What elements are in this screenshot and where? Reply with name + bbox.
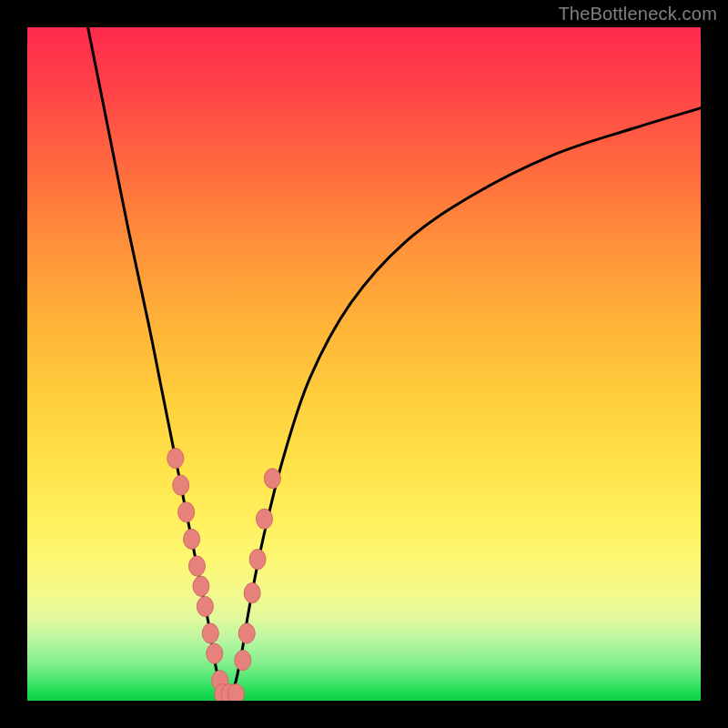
data-marker (167, 449, 184, 469)
data-marker (188, 556, 205, 576)
data-marker (178, 502, 195, 522)
data-marker (207, 643, 223, 663)
data-marker (202, 623, 218, 643)
data-marker (235, 651, 251, 671)
data-marker (238, 623, 255, 643)
data-marker (256, 509, 272, 529)
data-marker (184, 529, 200, 549)
data-marker (264, 469, 280, 489)
data-marker (193, 576, 209, 596)
curve-right-branch (229, 108, 701, 701)
curve-layer (88, 27, 701, 701)
watermark-text: TheBottleneck.com (558, 4, 717, 25)
data-marker (228, 684, 244, 701)
chart-svg (27, 27, 701, 701)
data-marker (197, 596, 213, 616)
chart-frame: TheBottleneck.com (0, 0, 728, 728)
chart-plot-area (27, 27, 701, 701)
data-marker (173, 475, 189, 495)
data-marker (244, 583, 260, 603)
marker-layer (167, 449, 281, 701)
data-marker (249, 550, 266, 570)
